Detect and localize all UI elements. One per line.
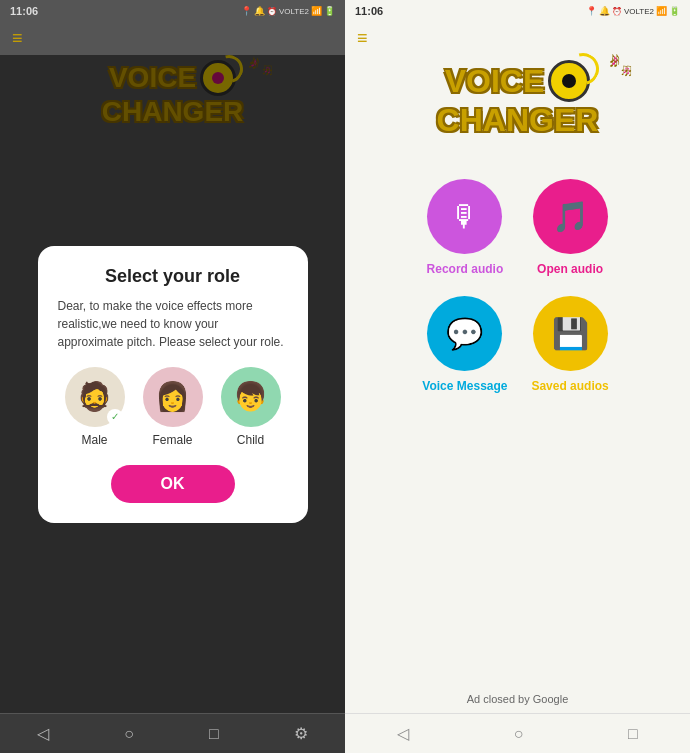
left-phone: 11:06 📍 🔔 ⏰ VOLTE2 📶 🔋 ≡ VOICE ♪ ♫ CHANG [0, 0, 345, 753]
saved-audios-item[interactable]: 💾 Saved audios [528, 296, 613, 393]
left-status-bar: 11:06 📍 🔔 ⏰ VOLTE2 📶 🔋 [0, 0, 345, 22]
right-logo-title: VOICE ♪ ♫ [445, 60, 591, 102]
right-hamburger[interactable]: ≡ [345, 22, 690, 55]
left-hamburger[interactable]: ≡ [0, 22, 345, 55]
female-label: Female [152, 433, 192, 447]
open-audio-item[interactable]: 🎵 Open audio [528, 179, 613, 276]
record-audio-label: Record audio [427, 262, 504, 276]
left-app-content: VOICE ♪ ♫ CHANGER Select your role Dear,… [0, 55, 345, 713]
child-avatar: 👦 [221, 367, 281, 427]
open-audio-button[interactable]: 🎵 [533, 179, 608, 254]
action-grid: 🎙 Record audio 🎵 Open audio 💬 Voice Mess… [402, 159, 632, 413]
open-audio-label: Open audio [537, 262, 603, 276]
right-status-bar: 11:06 📍 🔔 ⏰ VOLTE2 📶 🔋 [345, 0, 690, 22]
role-options: 🧔 ✓ Male 👩 Female [58, 367, 288, 447]
back-nav-icon[interactable]: ◁ [37, 724, 49, 743]
role-item-female[interactable]: 👩 Female [143, 367, 203, 447]
right-vinyl-icon [548, 60, 590, 102]
left-time: 11:06 [10, 5, 38, 17]
right-music-note-2: ♫ [622, 65, 630, 76]
music-icon: 🎵 [552, 199, 589, 234]
right-voice-text: VOICE [445, 65, 545, 97]
role-item-male[interactable]: 🧔 ✓ Male [65, 367, 125, 447]
modal-overlay: Select your role Dear, to make the voice… [0, 55, 345, 713]
right-status-icons: 📍 🔔 ⏰ VOLTE2 📶 🔋 [586, 6, 680, 16]
extra-nav-icon[interactable]: ⚙ [294, 724, 308, 743]
modal-description: Dear, to make the voice effects more rea… [58, 297, 288, 351]
right-time: 11:06 [355, 5, 383, 17]
saved-audios-label: Saved audios [531, 379, 608, 393]
male-checkmark: ✓ [107, 409, 123, 425]
right-recent-nav-icon[interactable]: □ [628, 725, 638, 743]
left-bottom-nav: ◁ ○ □ ⚙ [0, 713, 345, 753]
right-phone: 11:06 📍 🔔 ⏰ VOLTE2 📶 🔋 ≡ VOICE ♪ ♫ CHANG [345, 0, 690, 753]
left-status-icons: 📍 🔔 ⏰ VOLTE2 📶 🔋 [241, 6, 335, 16]
role-item-child[interactable]: 👦 Child [221, 367, 281, 447]
voice-message-label: Voice Message [422, 379, 507, 393]
record-audio-button[interactable]: 🎙 [427, 179, 502, 254]
voice-message-button[interactable]: 💬 [427, 296, 502, 371]
right-logo-area: VOICE ♪ ♫ CHANGER [437, 60, 599, 139]
ad-text: Ad closed by Google [467, 693, 569, 705]
right-app-content: VOICE ♪ ♫ CHANGER 🎙 Record audio [345, 55, 690, 713]
modal-title: Select your role [58, 266, 288, 287]
male-avatar: 🧔 ✓ [65, 367, 125, 427]
ad-bar: Ad closed by Google [459, 685, 577, 713]
saved-audios-button[interactable]: 💾 [533, 296, 608, 371]
record-audio-item[interactable]: 🎙 Record audio [422, 179, 507, 276]
right-music-note-1: ♪ [610, 52, 618, 68]
microphone-icon: 🎙 [450, 200, 480, 234]
recent-nav-icon[interactable]: □ [209, 725, 219, 743]
role-select-modal: Select your role Dear, to make the voice… [38, 246, 308, 523]
male-label: Male [81, 433, 107, 447]
right-back-nav-icon[interactable]: ◁ [397, 724, 409, 743]
voice-message-item[interactable]: 💬 Voice Message [422, 296, 507, 393]
right-bottom-nav: ◁ ○ □ [345, 713, 690, 753]
ok-button[interactable]: OK [111, 465, 235, 503]
female-avatar: 👩 [143, 367, 203, 427]
child-label: Child [237, 433, 264, 447]
chat-icon: 💬 [446, 316, 483, 351]
right-home-nav-icon[interactable]: ○ [514, 725, 524, 743]
home-nav-icon[interactable]: ○ [124, 725, 134, 743]
save-icon: 💾 [552, 316, 589, 351]
right-logo-sub: CHANGER [437, 102, 599, 139]
